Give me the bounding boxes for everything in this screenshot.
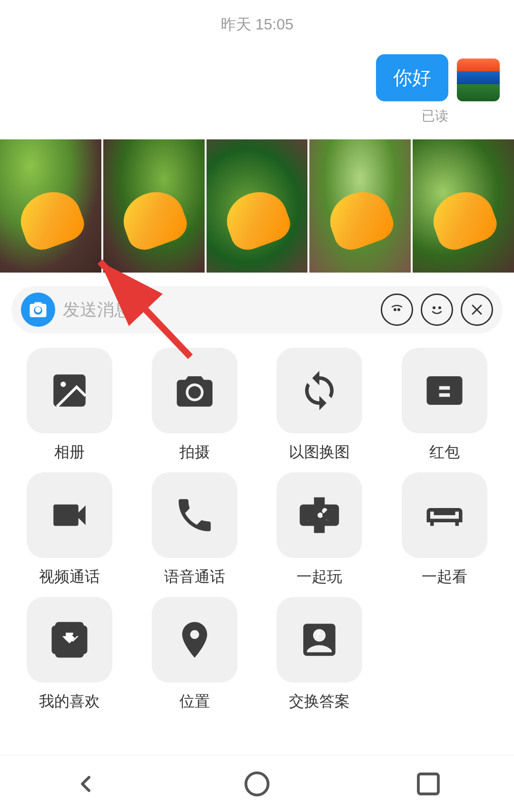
svg-text:?: ?	[314, 628, 321, 640]
svg-rect-14	[418, 774, 438, 794]
favorites-icon	[48, 618, 91, 661]
camera-icon	[28, 300, 48, 320]
input-bar[interactable]: 发送消息	[11, 286, 503, 333]
emoji-button[interactable]	[421, 293, 453, 326]
imageswap-icon-box[interactable]	[277, 348, 362, 433]
album-icon	[48, 369, 91, 412]
grid-item-game[interactable]: 一起玩	[259, 472, 380, 587]
bottom-nav	[0, 755, 514, 812]
favorites-label: 我的喜欢	[39, 691, 100, 712]
location-icon-box[interactable]	[152, 597, 237, 683]
emoji-icon	[428, 301, 445, 318]
imageswap-label: 以图换图	[289, 442, 350, 463]
game-icon-box[interactable]	[277, 472, 362, 558]
message-bubble: 你好	[376, 54, 448, 101]
camera-label: 拍摄	[179, 442, 210, 463]
back-icon	[72, 771, 99, 797]
read-status: 已读	[422, 107, 448, 125]
grid-item-imageswap[interactable]: 以图换图	[259, 348, 380, 463]
avatar	[457, 59, 500, 101]
grid-item-camera[interactable]: 拍摄	[135, 348, 255, 463]
watch-label: 一起看	[422, 567, 467, 587]
svg-point-3	[394, 308, 396, 311]
phone-icon	[173, 494, 216, 537]
close-icon	[470, 303, 484, 317]
redpacket-icon-box[interactable]	[402, 348, 487, 433]
svg-point-6	[438, 306, 441, 309]
voice-button[interactable]	[381, 293, 413, 326]
grid-item-favorites[interactable]: 我的喜欢	[10, 597, 130, 712]
location-icon	[173, 618, 216, 661]
gamepad-icon	[298, 494, 341, 537]
album-label: 相册	[54, 442, 85, 463]
photo-item[interactable]	[207, 139, 308, 273]
grid-item-location[interactable]: 位置	[135, 597, 255, 712]
redpacket-icon	[423, 369, 466, 412]
home-button[interactable]	[238, 765, 276, 803]
svg-point-4	[397, 308, 400, 311]
photo-item[interactable]	[103, 139, 205, 273]
svg-point-2	[35, 307, 41, 313]
timestamp: 昨天 15:05	[0, 0, 514, 45]
grid-item-videocall[interactable]: 视频通话	[10, 472, 130, 587]
quiz-icon-box[interactable]: ?	[277, 597, 362, 683]
watch-icon-box[interactable]	[402, 472, 487, 558]
svg-point-5	[433, 306, 435, 309]
message-bubble-row: 你好	[376, 54, 500, 101]
location-label: 位置	[179, 691, 210, 712]
message-area: 你好 已读	[0, 45, 514, 139]
input-icon-group	[381, 293, 493, 326]
couch-icon	[423, 494, 466, 537]
message-input[interactable]: 发送消息	[63, 298, 373, 322]
photo-strip[interactable]	[0, 139, 514, 273]
svg-point-11	[188, 386, 201, 399]
svg-point-10	[61, 382, 66, 387]
album-icon-box[interactable]	[27, 348, 112, 433]
video-icon	[48, 494, 91, 537]
camera-icon-box[interactable]	[152, 348, 237, 433]
svg-point-13	[246, 773, 268, 795]
quiz-label: 交换答案	[289, 691, 350, 712]
photo-item[interactable]	[0, 139, 101, 273]
back-button[interactable]	[67, 765, 105, 803]
recent-icon	[415, 771, 442, 797]
grid-item-redpacket[interactable]: 红包	[385, 348, 505, 463]
game-label: 一起玩	[297, 567, 342, 587]
grid-item-watch[interactable]: 一起看	[385, 472, 505, 587]
home-icon	[244, 771, 270, 797]
redpacket-label: 红包	[429, 442, 460, 463]
grid-item-quiz[interactable]: ? 交换答案	[259, 597, 380, 712]
voice-icon	[388, 301, 405, 318]
action-grid: 相册 拍摄 以图换图 红包	[10, 348, 504, 712]
favorites-icon-box[interactable]	[27, 597, 112, 683]
videocall-label: 视频通话	[39, 567, 100, 587]
close-button[interactable]	[461, 293, 493, 326]
grid-item-album[interactable]: 相册	[10, 348, 130, 463]
camera-button[interactable]	[21, 293, 55, 327]
recent-button[interactable]	[409, 765, 447, 803]
imageswap-icon	[298, 369, 341, 412]
camera2-icon	[173, 369, 216, 412]
voicecall-label: 语音通话	[164, 567, 225, 587]
photo-item[interactable]	[309, 139, 411, 273]
grid-item-voicecall[interactable]: 语音通话	[135, 472, 255, 587]
photo-item[interactable]	[413, 139, 514, 273]
quiz-icon: ?	[298, 618, 341, 661]
voicecall-icon-box[interactable]	[152, 472, 237, 558]
videocall-icon-box[interactable]	[27, 472, 112, 558]
